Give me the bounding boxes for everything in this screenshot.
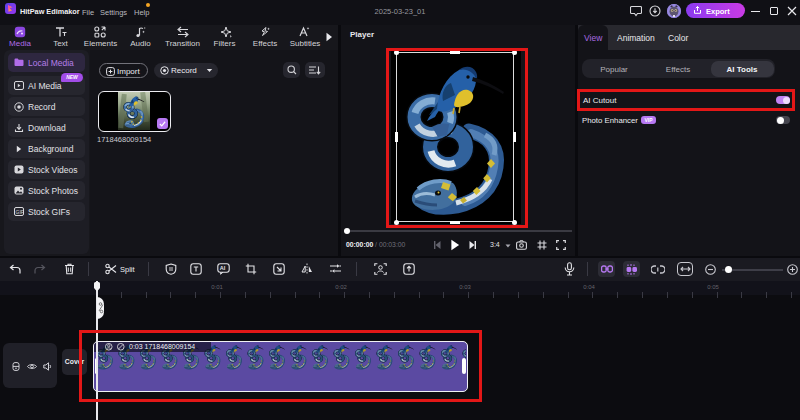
svg-text:GIF: GIF [16, 209, 24, 215]
svg-text:AI: AI [220, 265, 226, 271]
